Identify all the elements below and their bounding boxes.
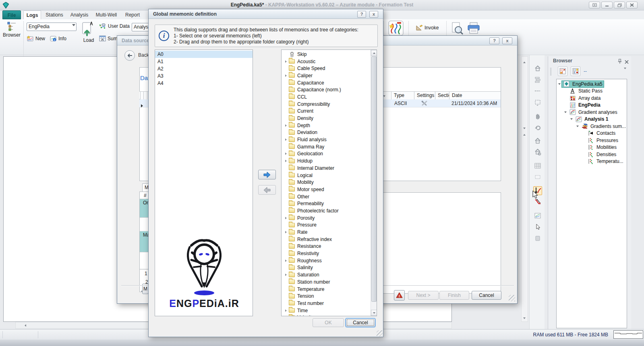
filter-dropdown[interactable]: -- bbox=[584, 68, 587, 74]
category-item[interactable]: Deviation bbox=[282, 129, 377, 136]
category-item[interactable]: CCL bbox=[282, 93, 377, 101]
category-item[interactable]: Station number bbox=[282, 278, 377, 286]
invoke-button[interactable]: Invoke bbox=[416, 25, 439, 31]
category-item[interactable]: Capacitance bbox=[282, 79, 377, 86]
tree-scroll-down[interactable] bbox=[371, 310, 377, 316]
category-item[interactable]: Resistivity bbox=[282, 250, 377, 257]
cancel-button[interactable]: Cancel bbox=[346, 318, 375, 327]
print-icon[interactable] bbox=[466, 22, 482, 37]
category-item[interactable]: Fluid analysis bbox=[282, 136, 377, 143]
browser-tree-item[interactable]: EngPedia.ka5 bbox=[557, 80, 627, 88]
category-item[interactable]: Tension bbox=[282, 292, 377, 300]
tab-report[interactable]: Report bbox=[122, 10, 143, 19]
back-button[interactable] bbox=[124, 50, 135, 61]
browser-view-2-icon[interactable] bbox=[571, 66, 580, 76]
dialog-close-button[interactable]: x bbox=[369, 11, 378, 18]
category-item[interactable]: Porosity bbox=[282, 214, 377, 222]
tree-scroll-up[interactable] bbox=[371, 50, 377, 56]
dialog-resize-grip[interactable] bbox=[377, 330, 383, 336]
category-item[interactable]: Acoustic bbox=[282, 58, 377, 65]
category-item[interactable]: Saturation bbox=[282, 271, 377, 278]
column-header-type[interactable]: Type bbox=[391, 92, 414, 100]
tab-logs[interactable]: Logs bbox=[23, 10, 41, 19]
category-item[interactable]: Holdup bbox=[282, 157, 377, 165]
browser-tree-item[interactable]: EngPedia bbox=[557, 102, 627, 109]
ds-cancel-button[interactable]: Cancel bbox=[472, 291, 501, 300]
browser-tree-item[interactable]: Static Pass bbox=[557, 88, 627, 95]
pin-icon[interactable] bbox=[617, 58, 622, 66]
pan-hand-icon[interactable] bbox=[533, 111, 542, 120]
expand-arrow-icon[interactable] bbox=[285, 60, 287, 63]
plot-preview-icon[interactable] bbox=[533, 211, 542, 220]
fullscreen-button[interactable] bbox=[589, 2, 600, 8]
expand-arrow-icon[interactable] bbox=[285, 124, 287, 127]
tree-expand-icon[interactable] bbox=[570, 118, 573, 120]
column-header-section[interactable]: Section bbox=[435, 92, 449, 100]
home-icon[interactable] bbox=[533, 64, 542, 73]
expand-arrow-icon[interactable] bbox=[285, 217, 287, 219]
expand-arrow-icon[interactable] bbox=[285, 309, 287, 312]
tree-scrollbar[interactable] bbox=[371, 50, 377, 316]
settings-tools-icon[interactable] bbox=[421, 100, 428, 108]
browser-tree-item[interactable]: Mobilities bbox=[557, 144, 627, 151]
browser-tree-item[interactable]: Gradients sum... bbox=[557, 123, 627, 130]
print-preview-icon[interactable] bbox=[450, 22, 464, 37]
tree-expand-icon[interactable] bbox=[558, 83, 561, 85]
category-item[interactable]: Cable Speed bbox=[282, 65, 377, 72]
category-item[interactable]: Motor speed bbox=[282, 186, 377, 193]
new-button[interactable]: New bbox=[27, 35, 45, 42]
browser-tree-item[interactable]: Gradient analyses bbox=[557, 109, 627, 116]
mnemonic-dialog-titlebar[interactable]: Global mnemonic definition ? x bbox=[149, 9, 383, 19]
toolbar-overflow-icon[interactable] bbox=[624, 69, 626, 76]
tab-analysis[interactable]: Analysis bbox=[68, 10, 91, 19]
canvas-vscroll-strip[interactable] bbox=[521, 56, 528, 322]
ok-button[interactable]: OK bbox=[313, 318, 344, 327]
category-item[interactable]: Resistance bbox=[282, 243, 377, 250]
panel-close-icon[interactable] bbox=[625, 58, 629, 66]
category-item[interactable]: Gamma Ray bbox=[282, 143, 377, 150]
browser-tree-item[interactable]: Array data bbox=[557, 95, 627, 102]
document-dropdown[interactable]: EngPedia bbox=[27, 23, 77, 31]
category-item[interactable]: Pressure bbox=[282, 222, 377, 229]
category-item[interactable]: Caliper bbox=[282, 72, 377, 79]
category-item[interactable]: Rate bbox=[282, 229, 377, 236]
mnemonic-item[interactable]: A3 bbox=[155, 72, 253, 80]
column-header-settings[interactable]: Settings bbox=[414, 92, 435, 100]
finish-button[interactable]: Finish bbox=[439, 291, 469, 300]
tree-expand-icon[interactable] bbox=[564, 111, 567, 113]
category-item[interactable]: Internal Diameter bbox=[282, 165, 377, 172]
category-item[interactable]: Depth bbox=[282, 122, 377, 129]
scroll-down-icon[interactable] bbox=[523, 128, 526, 129]
expand-arrow-icon[interactable] bbox=[285, 74, 287, 77]
category-item[interactable]: Photoelectric factor bbox=[282, 207, 377, 214]
grid-table-icon[interactable] bbox=[533, 161, 542, 170]
minimize-button[interactable] bbox=[601, 2, 613, 8]
validation-warning-button[interactable]: ! bbox=[394, 290, 405, 301]
layers-stack-icon[interactable] bbox=[533, 75, 542, 84]
home-alt-icon[interactable] bbox=[533, 136, 542, 145]
category-item[interactable]: Salinity bbox=[282, 264, 377, 272]
category-item[interactable]: Compressibility bbox=[282, 101, 377, 108]
clipboard-icon[interactable] bbox=[533, 234, 542, 243]
category-item[interactable]: Skip bbox=[282, 51, 377, 58]
emeraude-logs-icon[interactable] bbox=[388, 21, 404, 37]
mnemonic-item[interactable]: A4 bbox=[155, 80, 253, 87]
ds-close-button[interactable]: x bbox=[502, 37, 512, 44]
next-button[interactable]: Next > bbox=[408, 291, 439, 300]
dialog-help-button[interactable]: ? bbox=[357, 11, 366, 18]
mnemonic-item[interactable]: A0 bbox=[155, 51, 253, 58]
scroll-up-icon[interactable] bbox=[523, 62, 526, 63]
user-data-button[interactable]: User Data bbox=[99, 23, 130, 29]
expand-arrow-icon[interactable] bbox=[285, 152, 287, 155]
tab-multi-well[interactable]: Multi-Well bbox=[93, 10, 119, 19]
category-item[interactable]: Logical bbox=[282, 172, 377, 179]
category-item[interactable]: Other bbox=[282, 193, 377, 200]
close-button[interactable] bbox=[626, 2, 638, 8]
expand-arrow-icon[interactable] bbox=[285, 231, 287, 233]
category-item[interactable]: Test number bbox=[282, 300, 377, 307]
mnemonic-item[interactable]: A2 bbox=[155, 65, 253, 72]
dotted-frame-icon[interactable] bbox=[533, 173, 542, 181]
category-item[interactable]: Density bbox=[282, 115, 377, 122]
category-item[interactable]: Mobility bbox=[282, 179, 377, 186]
browser-tree-item[interactable]: Contacts bbox=[557, 130, 627, 137]
